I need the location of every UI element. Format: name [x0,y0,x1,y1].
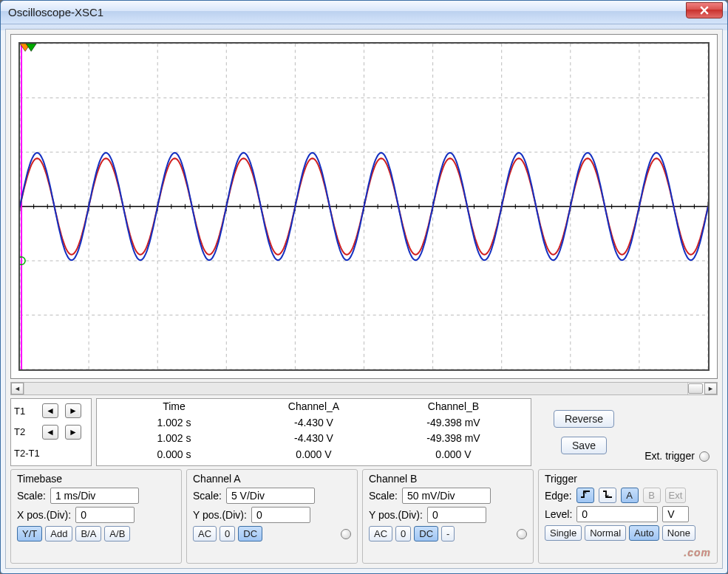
chb-color-indicator-icon [517,529,527,539]
chb-scale-label: Scale: [369,490,398,502]
hdr-cha: Channel_A [244,400,384,417]
ext-trigger-label: Ext. trigger [644,450,695,462]
timebase-scale-field[interactable]: 1 ms/Div [50,488,139,504]
chb-dc-button[interactable]: DC [414,526,438,541]
cursor-delta-label: T2-T1 [14,448,88,459]
scope-display-frame [10,34,718,379]
scroll-thumb[interactable] [688,383,703,394]
chb-ypos-field[interactable]: 0 [427,507,486,523]
cursor-action-buttons: Reverse Save [536,398,632,466]
cha-ac-button[interactable]: AC [193,526,217,541]
t1-right-button[interactable]: ► [65,403,81,418]
cha-ypos-label: Y pos.(Div): [193,509,247,521]
edge-b-button[interactable]: B [643,488,661,503]
timebase-xpos-field[interactable]: 0 [75,507,135,523]
falling-edge-icon [602,490,613,499]
timebase-group: Timebase Scale: 1 ms/Div X pos.(Div): 0 … [10,469,182,564]
delta-time: 0.000 s [104,448,244,465]
title-bar[interactable]: Oscilloscope-XSC1 [1,1,727,24]
cursor-panel: T1 ◄ ► T2 ◄ ► T2-T1 Time Channel_A Chann… [10,398,718,466]
trigger-normal-button[interactable]: Normal [585,525,626,541]
timebase-yt-button[interactable]: Y/T [17,526,42,541]
hdr-time: Time [104,400,244,417]
reverse-button[interactable]: Reverse [554,410,614,428]
timebase-title: Timebase [17,473,175,485]
ext-trigger-indicator-icon [699,451,710,462]
trigger-level-field[interactable]: 0 [576,506,658,522]
close-icon [700,6,709,15]
timebase-scale-label: Scale: [17,490,46,502]
ext-trigger-area: Ext. trigger [636,398,718,466]
window-title: Oscilloscope-XSC1 [8,6,686,18]
channel-b-title: Channel B [369,473,527,485]
trigger-level-label: Level: [545,508,572,520]
oscilloscope-window: Oscilloscope-XSC1 ◄ ► T1 ◄ ► T2 ◄ [0,0,728,574]
channel-a-title: Channel A [193,473,351,485]
channel-a-group: Channel A Scale: 5 V/Div Y pos.(Div): 0 … [186,469,358,564]
watermark-text: .com [684,547,711,558]
delta-chb: 0.000 V [384,448,523,465]
cha-zero-button[interactable]: 0 [220,526,235,541]
t1-chb: -49.398 mV [384,417,523,433]
chb-ac-button[interactable]: AC [369,526,392,541]
timebase-xpos-label: X pos.(Div): [17,509,71,521]
edge-a-button[interactable]: A [621,488,639,503]
delta-cha: 0.000 V [244,448,384,465]
cursor-readout-table: Time Channel_A Channel_B 1.002 s -4.430 … [96,398,531,466]
cha-ypos-field[interactable]: 0 [251,507,310,523]
trigger-single-button[interactable]: Single [545,525,582,541]
rising-edge-icon [580,490,591,499]
trigger-group: Trigger Edge: A [538,469,718,564]
timebase-ab-button[interactable]: A/B [104,526,130,541]
trigger-level-unit[interactable]: V [662,506,689,522]
horizontal-scrollbar[interactable]: ◄ ► [10,382,718,395]
cursor-t2-label: T2 [14,426,42,437]
cha-scale-label: Scale: [193,490,222,502]
edge-ext-button[interactable]: Ext [665,488,687,503]
hdr-chb: Channel_B [384,400,523,417]
chb-zero-button[interactable]: 0 [395,526,411,541]
cursor-t1-label: T1 [14,406,42,417]
scroll-left-button[interactable]: ◄ [11,383,24,394]
t2-time: 1.002 s [104,432,244,448]
edge-falling-button[interactable] [599,488,616,503]
chb-invert-button[interactable]: - [441,526,455,541]
controls-row: Timebase Scale: 1 ms/Div X pos.(Div): 0 … [10,469,718,564]
cha-dc-button[interactable]: DC [238,526,262,541]
cursor-controls: T1 ◄ ► T2 ◄ ► T2-T1 [10,398,92,466]
timebase-ba-button[interactable]: B/A [75,526,101,541]
scope-plot [20,44,708,369]
trigger-none-button[interactable]: None [662,525,695,541]
client-area: ◄ ► T1 ◄ ► T2 ◄ ► T2-T1 Time Channel_A C… [5,29,723,569]
scroll-track[interactable] [24,383,688,394]
cha-color-indicator-icon [341,529,351,539]
t2-chb: -49.398 mV [384,432,523,448]
trigger-auto-button[interactable]: Auto [629,525,659,541]
t1-left-button[interactable]: ◄ [42,403,58,418]
cha-scale-field[interactable]: 5 V/Div [226,488,315,504]
scope-canvas[interactable] [18,42,710,371]
trigger-title: Trigger [545,473,711,485]
t2-right-button[interactable]: ► [65,425,81,440]
trigger-edge-label: Edge: [545,490,572,502]
edge-rising-button[interactable] [576,488,594,503]
close-button[interactable] [686,2,723,18]
timebase-add-button[interactable]: Add [45,526,72,541]
t1-time: 1.002 s [104,417,244,433]
save-button[interactable]: Save [561,437,607,454]
t2-cha: -4.430 V [244,432,384,448]
chb-ypos-label: Y pos.(Div): [369,509,423,521]
chb-scale-field[interactable]: 50 mV/Div [402,488,491,504]
scroll-right-button[interactable]: ► [704,383,717,394]
channel-b-group: Channel B Scale: 50 mV/Div Y pos.(Div): … [362,469,534,564]
t2-left-button[interactable]: ◄ [42,425,58,440]
t1-cha: -4.430 V [244,417,384,433]
